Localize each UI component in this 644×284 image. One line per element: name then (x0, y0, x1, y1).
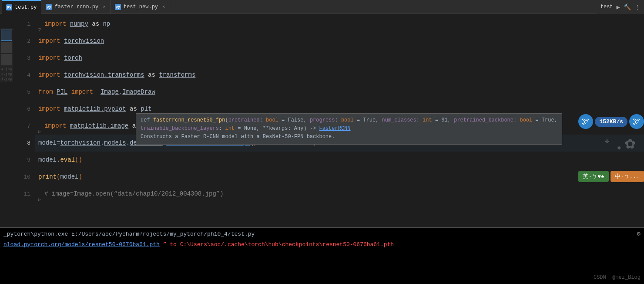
img-thumb-2[interactable] (1, 42, 12, 53)
terminal-area: ⚙ _pytorch\python.exe E:/Users/aoc/Pycha… (0, 227, 644, 284)
mod-pil: PIL (57, 84, 67, 101)
run-button[interactable]: ▶ (617, 3, 620, 11)
line-num-7: 7 (13, 118, 30, 135)
kw-import-2: import (38, 33, 60, 50)
mod-numpy: numpy (70, 16, 88, 33)
speed-value: 152KB/s (599, 118, 623, 125)
alias-np: np (103, 16, 110, 33)
mod-matplotlib: matplotlib.pyplot (64, 101, 126, 118)
code-line-5: from PIL import Image,ImageDraw (35, 84, 644, 101)
tab-close-faster[interactable]: × (103, 4, 106, 10)
kw-import-4: import (38, 67, 60, 84)
code-line-3: import torch (35, 50, 644, 67)
terminal-line-1: _pytorch\python.exe E:/Users/aoc/Pycharm… (0, 228, 644, 239)
code-line-9: model.eval() (35, 152, 644, 169)
line-num-6: 6 (13, 101, 30, 118)
tab-label-faster: faster_rcnn.py (54, 4, 98, 10)
bird-icon-right: 🕊 (629, 114, 644, 129)
fold-icon-11[interactable]: ▷ (38, 191, 44, 197)
img-thumb-1[interactable] (1, 30, 12, 41)
lang-widget-en[interactable]: 英·ㄅ♥♠ (578, 171, 608, 182)
terminal-line-2: nload.pytorch.org/models/resnet50-0676ba… (0, 239, 644, 249)
terminal-suffix: ” to C:\Users\aoc/.cache\torch\hub\check… (163, 241, 394, 248)
tooltip-popup: def fasterrcnn_resnet50_fpn(pretrained: … (136, 113, 562, 145)
line-num-4: 4 (13, 67, 30, 84)
branch-name[interactable]: test (600, 4, 613, 10)
more-button[interactable]: ⋮ (634, 3, 641, 11)
cls-imagedraw: ImageDraw (122, 84, 155, 101)
dandelion-decoration: ✿ ✦ ✤ (566, 132, 644, 167)
tab-close-new[interactable]: × (162, 4, 165, 10)
mod-mpimage: matplotlib.image (70, 118, 128, 135)
fold-icon-7[interactable]: ▷ (38, 123, 44, 129)
line-num-9: 9 (13, 152, 30, 169)
terminal-text-1: _pytorch\python.exe E:/Users/aoc/Pycharm… (3, 231, 255, 237)
csdn-watermark: CSDN @mez_Blog (594, 274, 641, 281)
lang-zh-label: 中·ㄅ... (615, 173, 640, 180)
tab-icon-new: py (115, 4, 121, 10)
bird-icon-left: 🕊 (578, 114, 593, 129)
speed-widget-row: 🕊 152KB/s 🕊 (578, 114, 644, 129)
line-numbers: 1 2 3 4 5 6 7 8 9 10 11 (13, 14, 35, 227)
line-num-2: 2 (13, 33, 30, 50)
code-line-11: ▷ # image=Image.open(“data/chap10/2012_0… (35, 186, 644, 203)
kw-import-1: import (44, 16, 66, 33)
csdn-username: @mez_Blog (612, 274, 641, 281)
img-label-1: 4.jpg (1, 66, 12, 71)
kw-import-6: import (38, 101, 60, 118)
alias-transforms: transforms (159, 67, 195, 84)
tooltip-desc: Constructs a Faster R-CNN model with a R… (141, 133, 557, 141)
arg-model: model (60, 169, 78, 186)
right-widgets: 🕊 152KB/s 🕊 ✿ ✦ ✤ 英·ㄅ♥♠ 中·ㄅ... (566, 114, 644, 182)
tab-faster-rcnn-py[interactable]: py faster_rcnn.py × (41, 0, 110, 14)
tab-icon-faster: py (46, 4, 52, 10)
tab-test-new-py[interactable]: py test_new.py × (111, 0, 170, 14)
kw-from-5: from (38, 84, 53, 101)
img-label-2: 3.jpg (1, 72, 12, 76)
kw-as-1: as (92, 16, 99, 33)
lang-widgets: 英·ㄅ♥♠ 中·ㄅ... (578, 171, 644, 182)
mod-transforms-full: torchvision.transforms (64, 67, 144, 84)
build-button[interactable]: 🔨 (624, 3, 631, 11)
cls-image: Image (101, 84, 119, 101)
line-num-5: 5 (13, 84, 30, 101)
tab-label-test: test.py (15, 4, 37, 10)
fn-eval: eval (60, 152, 75, 169)
terminal-link[interactable]: nload.pytorch.org/models/resnet50-0676ba… (3, 241, 160, 248)
top-right-controls: test ▶ 🔨 ⋮ (597, 0, 644, 14)
image-sidebar: 4.jpg 3.jpg 8.jpg (0, 28, 13, 82)
fold-icon-1[interactable]: ▽ (38, 21, 44, 27)
model-eval: model (38, 152, 57, 169)
fn-print: print (38, 169, 57, 186)
img-label-3: 8.jpg (1, 77, 12, 81)
code-line-10: print(model) (35, 169, 644, 186)
speed-widget: 152KB/s (595, 117, 627, 127)
tab-icon-test: py (6, 4, 12, 10)
tab-label-new: test_new.py (124, 4, 158, 10)
comment-11: # image=Image.open(“data/chap10/2012_004… (44, 186, 224, 203)
terminal-settings-button[interactable]: ⚙ (637, 230, 641, 237)
mod-torchvision: torchvision (64, 33, 104, 50)
kw-import-5: import (71, 84, 93, 101)
tooltip-signature: def fasterrcnn_resnet50_fpn(pretrained: … (141, 116, 557, 133)
kw-as-4: as (148, 67, 155, 84)
kw-import-7: import (44, 118, 66, 135)
tab-test-py[interactable]: py test.py (2, 0, 41, 14)
lang-widget-zh[interactable]: 中·ㄅ... (610, 171, 644, 182)
line-num-1: 1 (13, 16, 30, 33)
line-num-8: 8 (13, 135, 30, 152)
code-line-1: ▽ import numpy as np (35, 16, 644, 33)
code-line-4: import torchvision.transforms as transfo… (35, 67, 644, 84)
lang-en-label: 英·ㄅ♥♠ (583, 173, 604, 180)
line-num-10: 10 (13, 169, 30, 186)
model-var: model (38, 135, 57, 152)
line-num-3: 3 (13, 50, 30, 67)
tab-bar: py test.py py faster_rcnn.py × py test_n… (0, 0, 644, 14)
code-line-2: import torchvision (35, 33, 644, 50)
mod-torch: torch (64, 50, 82, 67)
img-thumb-3[interactable] (1, 54, 12, 65)
line-num-11: 11 (13, 186, 30, 203)
terminal-line-3 (0, 249, 644, 266)
mod-torchvision2: torchvision (60, 135, 100, 152)
code-area[interactable]: ▽ import numpy as np import torchvision … (35, 14, 644, 227)
